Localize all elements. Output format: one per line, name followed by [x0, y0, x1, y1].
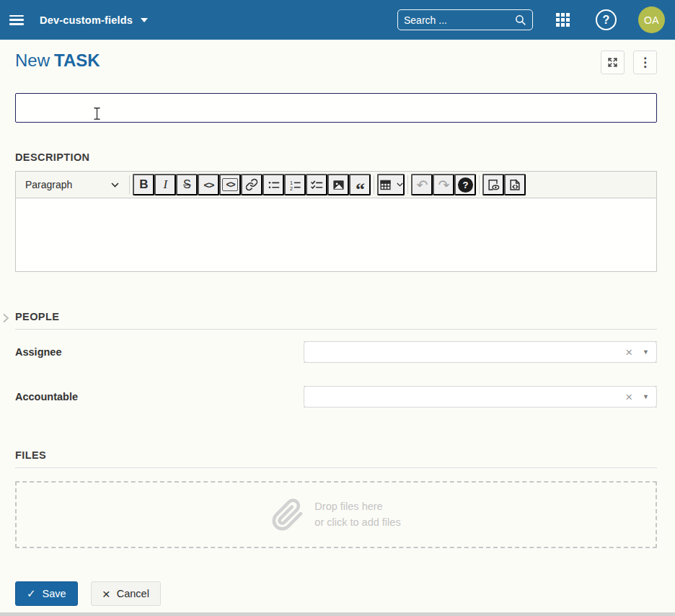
title-new: New — [15, 50, 50, 70]
project-name: Dev-custom-fields — [40, 14, 133, 26]
assignee-label: Assignee — [15, 346, 304, 358]
avatar[interactable]: OA — [638, 6, 665, 33]
paperclip-icon — [271, 498, 304, 532]
chevron-down-icon — [111, 182, 119, 188]
undo-icon: ↶ — [416, 177, 428, 193]
todo-list-button[interactable] — [306, 174, 327, 195]
dropzone-line2: or click to add files — [314, 515, 400, 531]
file-dropzone[interactable]: Drop files here or click to add files — [15, 481, 657, 548]
panel-collapse-handle[interactable] — [2, 313, 9, 323]
more-actions-button[interactable]: ⋮ — [633, 50, 657, 74]
source-code-icon — [508, 177, 522, 192]
files-divider — [15, 467, 657, 468]
italic-icon: I — [164, 177, 168, 192]
global-search[interactable] — [397, 9, 533, 30]
window-bottom-edge — [0, 612, 675, 616]
editor-help-button[interactable]: ? — [454, 174, 476, 195]
bold-icon: B — [139, 177, 148, 192]
help-icon[interactable]: ? — [596, 9, 617, 30]
page-title: NewTASK — [15, 50, 100, 71]
italic-button[interactable]: I — [154, 174, 176, 195]
preview-icon — [486, 177, 500, 192]
title-type: TASK — [54, 50, 100, 70]
dropzone-line1: Drop files here — [314, 499, 400, 515]
todo-list-icon — [310, 178, 324, 192]
redo-button[interactable]: ↷ — [433, 174, 454, 195]
bulleted-list-icon — [267, 178, 281, 192]
redo-icon: ↷ — [438, 177, 449, 193]
people-divider — [15, 329, 657, 330]
clear-icon[interactable]: × — [625, 391, 632, 403]
expand-icon — [606, 56, 619, 69]
save-label: Save — [43, 588, 66, 599]
numbered-list-button[interactable]: 1 2 — [284, 174, 306, 195]
chevron-down-icon[interactable]: ▼ — [643, 348, 649, 356]
form-actions: ✓ Save × Cancel — [15, 581, 657, 606]
search-icon[interactable] — [514, 14, 526, 26]
description-heading: DESCRIPTION — [15, 151, 657, 163]
paragraph-style-dropdown[interactable]: Paragraph — [19, 174, 126, 195]
bulleted-list-button[interactable] — [262, 174, 284, 195]
preview-button[interactable] — [482, 174, 504, 195]
strikethrough-button[interactable]: S — [176, 174, 198, 195]
code-block-button[interactable]: <> — [219, 174, 241, 195]
files-heading: FILES — [15, 449, 657, 461]
inline-code-icon: <> — [204, 180, 214, 190]
chevron-down-icon — [141, 18, 148, 22]
kebab-menu-icon: ⋮ — [639, 56, 651, 69]
svg-text:1: 1 — [290, 180, 293, 185]
save-button[interactable]: ✓ Save — [15, 581, 78, 606]
table-icon — [379, 178, 392, 192]
help-circle-icon: ? — [458, 177, 473, 193]
project-selector[interactable]: Dev-custom-fields — [40, 14, 148, 26]
insert-table-button[interactable] — [377, 174, 405, 195]
link-icon — [245, 178, 258, 191]
check-icon: ✓ — [27, 587, 36, 600]
accountable-label: Accountable — [15, 391, 304, 402]
source-button[interactable] — [504, 174, 526, 195]
chevron-right-icon — [2, 313, 9, 323]
cancel-label: Cancel — [117, 588, 149, 599]
description-textarea[interactable] — [15, 198, 657, 272]
new-task-form: NewTASK ⋮ DESCRIPTION P — [0, 50, 675, 606]
insert-image-button[interactable] — [327, 174, 349, 195]
image-icon — [332, 178, 345, 192]
accountable-select[interactable]: × ▼ — [304, 386, 657, 408]
svg-text:2: 2 — [290, 185, 293, 191]
apps-grid-icon[interactable] — [556, 13, 570, 27]
code-block-icon: <> — [222, 178, 238, 191]
avatar-initials: OA — [644, 14, 659, 26]
chevron-down-icon[interactable]: ▼ — [643, 393, 649, 400]
top-bar: Dev-custom-fields ? OA — [0, 0, 675, 40]
chevron-down-icon — [397, 182, 403, 187]
cancel-button[interactable]: × Cancel — [91, 581, 161, 606]
dropzone-text: Drop files here or click to add files — [314, 499, 400, 531]
link-button[interactable] — [241, 174, 262, 195]
clear-icon[interactable]: × — [625, 346, 632, 358]
assignee-select[interactable]: × ▼ — [304, 341, 657, 363]
paragraph-style-label: Paragraph — [25, 179, 72, 190]
inline-code-button[interactable]: <> — [198, 174, 219, 195]
hamburger-menu-icon[interactable] — [9, 15, 24, 25]
numbered-list-icon: 1 2 — [288, 178, 302, 192]
editor-toolbar: Paragraph B I S <> <> — [15, 171, 657, 198]
fullscreen-button[interactable] — [601, 50, 625, 74]
block-quote-button[interactable]: “ — [349, 174, 371, 195]
undo-button[interactable]: ↶ — [411, 174, 433, 195]
accountable-field-row: Accountable × ▼ — [15, 386, 657, 408]
subject-input[interactable] — [15, 93, 657, 123]
description-editor: Paragraph B I S <> <> — [15, 171, 657, 272]
assignee-field-row: Assignee × ▼ — [15, 341, 657, 363]
strikethrough-icon: S — [183, 178, 191, 191]
bold-button[interactable]: B — [133, 174, 154, 195]
search-input[interactable] — [404, 14, 514, 26]
people-heading: PEOPLE — [15, 311, 657, 322]
close-icon: × — [102, 587, 110, 601]
